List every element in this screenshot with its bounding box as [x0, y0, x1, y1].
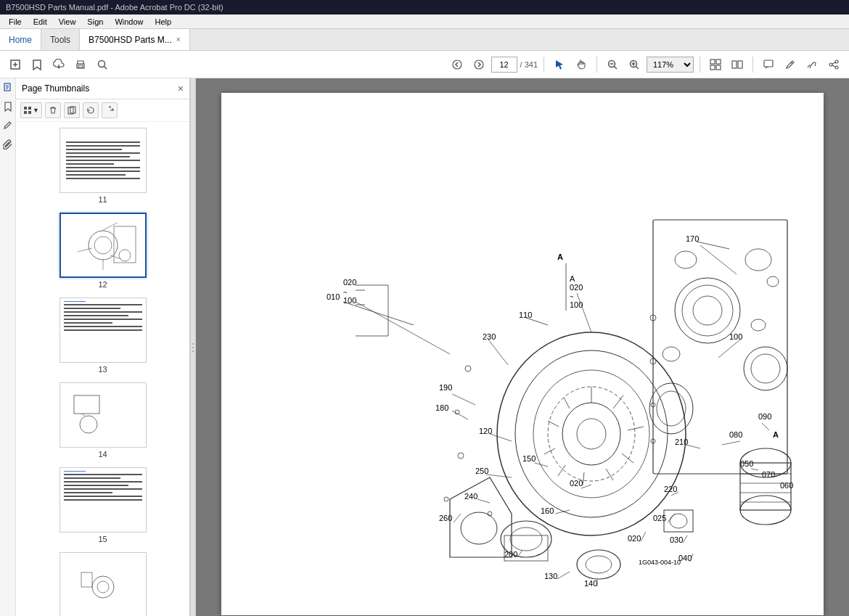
menu-sign[interactable]: Sign [81, 16, 109, 28]
tab-document[interactable]: B7500HSD Parts M... × [80, 29, 190, 50]
thumb-grid-button[interactable]: ▼ [20, 102, 42, 118]
svg-rect-48 [74, 395, 99, 414]
thumb-rotate-cw-button[interactable] [102, 102, 118, 118]
svg-point-9 [475, 60, 483, 69]
share-button[interactable] [824, 55, 843, 74]
svg-point-55 [192, 347, 194, 348]
thumb-item-16[interactable]: 16 [60, 552, 147, 616]
thumb-item-14[interactable]: 14 [60, 382, 147, 459]
spread-button[interactable] [728, 55, 747, 74]
svg-rect-37 [28, 111, 31, 114]
menu-view[interactable]: View [53, 16, 82, 28]
menu-file[interactable]: File [3, 16, 28, 28]
zoom-select[interactable]: 117% 100% 75% 150% [647, 57, 694, 73]
svg-point-42 [119, 250, 131, 261]
svg-line-168 [668, 514, 675, 522]
prev-page-button[interactable] [448, 55, 467, 74]
comment-button[interactable] [759, 55, 778, 74]
thumb-item-11[interactable]: 11 [60, 128, 147, 204]
svg-rect-36 [24, 111, 27, 114]
menu-help[interactable]: Help [149, 16, 178, 28]
tab-tools[interactable]: Tools [41, 29, 80, 50]
thumb-rotate-ccw-button[interactable] [83, 102, 99, 118]
thumb-item-15[interactable]: 15 [60, 467, 147, 543]
resize-handle[interactable] [190, 78, 196, 616]
tab-home[interactable]: Home [0, 29, 41, 50]
svg-line-150 [356, 302, 450, 354]
new-button[interactable] [6, 55, 25, 74]
pdf-page: 010 020 ~ 100 A 020 ~ 100 110 170 100 09… [221, 93, 824, 615]
separator-4 [752, 57, 753, 73]
title-text: B7500HSD Parts Manual.pdf - Adobe Acroba… [6, 3, 223, 12]
select-tool[interactable] [550, 55, 569, 74]
thumbs-close-button[interactable]: × [178, 83, 184, 94]
sign-button[interactable] [803, 55, 821, 74]
svg-line-156 [488, 340, 508, 365]
svg-point-112 [562, 403, 620, 465]
svg-line-117 [622, 453, 633, 463]
svg-text:250: 250 [475, 467, 488, 475]
zoom-out-button[interactable] [603, 55, 622, 74]
print-button[interactable] [71, 55, 90, 74]
thumb-label-12: 12 [98, 280, 107, 289]
svg-line-171 [683, 535, 687, 543]
svg-line-94 [343, 302, 414, 325]
side-icons-panel [0, 78, 16, 616]
svg-line-157 [452, 394, 475, 405]
svg-rect-19 [710, 65, 715, 70]
svg-text:1G043-004-10: 1G043-004-10 [639, 559, 681, 566]
menu-edit[interactable]: Edit [28, 16, 53, 28]
thumb-label-14: 14 [98, 450, 107, 459]
svg-text:030: 030 [670, 535, 683, 544]
thumbnails-panel: Page Thumbnails × ▼ [16, 78, 190, 616]
svg-rect-53 [81, 572, 92, 587]
page-number-input[interactable]: 12 [491, 57, 517, 73]
side-icon-annotation[interactable] [1, 119, 15, 132]
svg-text:130: 130 [544, 572, 557, 580]
pdf-area[interactable]: 010 020 ~ 100 A 020 ~ 100 110 170 100 09… [196, 78, 849, 616]
svg-rect-20 [716, 65, 721, 70]
svg-text:140: 140 [584, 579, 597, 588]
svg-text:~: ~ [343, 289, 347, 296]
search-button[interactable] [93, 55, 112, 74]
svg-rect-34 [24, 107, 27, 110]
pen-button[interactable] [781, 55, 800, 74]
svg-rect-17 [710, 59, 715, 64]
svg-point-132 [670, 514, 687, 528]
thumb-label-13: 13 [98, 365, 107, 374]
thumb-preview-14 [60, 382, 147, 448]
thumb-preview-16 [60, 552, 147, 616]
tab-bar: Home Tools B7500HSD Parts M... × [0, 29, 849, 51]
next-page-button[interactable] [469, 55, 488, 74]
zoom-in-button[interactable] [625, 55, 644, 74]
menu-window[interactable]: Window [109, 16, 149, 28]
svg-line-161 [751, 469, 758, 470]
page-navigation: 12 / 341 [491, 57, 538, 73]
thumb-delete-button[interactable] [45, 102, 61, 118]
svg-point-41 [94, 237, 112, 254]
thumb-item-13[interactable]: 13 [60, 297, 147, 374]
svg-line-24 [791, 62, 792, 64]
thumbs-panel-title: Page Thumbnails [22, 83, 89, 94]
bookmark-button[interactable] [28, 55, 46, 74]
thumb-item-12[interactable]: 12 [60, 213, 147, 289]
side-icon-page[interactable] [1, 81, 15, 94]
thumb-label-15: 15 [98, 535, 107, 543]
tab-close-button[interactable]: × [176, 36, 181, 44]
thumbs-panel-header: Page Thumbnails × [16, 78, 189, 99]
thumb-extract-button[interactable] [64, 102, 80, 118]
svg-point-138 [461, 512, 497, 544]
svg-line-96 [697, 242, 729, 249]
thumb-label-11: 11 [98, 195, 107, 204]
svg-point-108 [497, 332, 686, 535]
cloud-button[interactable] [49, 55, 68, 74]
svg-point-113 [577, 419, 606, 449]
fit-page-button[interactable] [706, 55, 725, 74]
side-icon-bookmark[interactable] [1, 100, 15, 113]
svg-point-52 [97, 581, 109, 593]
side-icon-attach[interactable] [1, 138, 15, 151]
hand-tool[interactable] [572, 55, 591, 74]
svg-text:100: 100 [729, 332, 742, 341]
svg-point-139 [577, 550, 620, 579]
svg-point-56 [192, 350, 194, 352]
